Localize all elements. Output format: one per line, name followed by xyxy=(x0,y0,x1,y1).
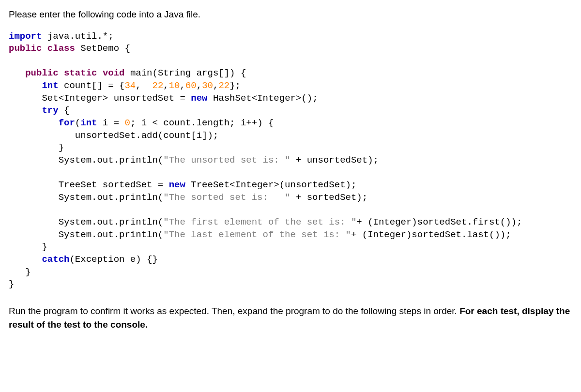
code-l5c: , xyxy=(163,80,168,91)
code-l17a: System.out.println( xyxy=(59,229,164,240)
code-l1: java.util.*; xyxy=(42,31,113,42)
num-10: 10 xyxy=(169,80,180,91)
kw-import: import xyxy=(9,31,42,42)
code-l5e: , xyxy=(197,80,202,91)
code-l9: unsortedSet.add(count[i]); xyxy=(75,130,218,141)
num-34: 34 xyxy=(124,80,136,91)
code-l5a: count[] = { xyxy=(59,80,125,91)
code-l5g: }; xyxy=(229,80,241,91)
kw-public2: public xyxy=(25,68,58,78)
kw-public: public xyxy=(9,43,42,54)
code-l16b: + (Integer)sortedSet.first()); xyxy=(356,217,522,227)
code-l2: SetDemo { xyxy=(75,43,130,54)
code-l19a: (Exception e) {} xyxy=(69,254,157,265)
code-l14b: + sortedSet); xyxy=(290,192,368,203)
code-l6a: Set<Integer> unsortedSet = xyxy=(42,93,191,104)
code-l18: } xyxy=(42,241,47,252)
intro-text: Please enter the following code into a J… xyxy=(9,8,572,22)
kw-void: void xyxy=(103,68,125,78)
str-sorted: "The sorted set is: " xyxy=(163,192,290,203)
kw-new1: new xyxy=(191,93,207,104)
code-l20: } xyxy=(25,267,31,277)
num-30: 30 xyxy=(202,80,213,91)
kw-catch: catch xyxy=(42,254,69,265)
code-block: import java.util.*; public class SetDemo… xyxy=(9,30,572,291)
kw-try: try xyxy=(42,105,58,116)
num-22b: 22 xyxy=(218,80,229,91)
code-l8b: i = xyxy=(97,118,124,128)
str-first: "The first element of the set is: " xyxy=(163,217,356,227)
code-l5d: , xyxy=(180,80,185,91)
code-l21: } xyxy=(9,279,14,289)
code-l13b: TreeSet<Integer>(unsortedSet); xyxy=(185,180,356,190)
code-l8c: ; i < count.length; i++) { xyxy=(130,118,274,128)
kw-class: class xyxy=(47,43,75,54)
num-60: 60 xyxy=(185,80,197,91)
code-l11a: System.out.println( xyxy=(59,155,164,166)
num-0: 0 xyxy=(124,118,130,128)
kw-new2: new xyxy=(169,180,185,190)
code-l6b: HashSet<Integer>(); xyxy=(208,93,318,104)
kw-for: for xyxy=(59,118,75,128)
kw-static: static xyxy=(64,68,97,78)
code-l14a: System.out.println( xyxy=(59,192,164,203)
kw-int2: int xyxy=(80,118,97,128)
code-l4: main(String args[]) { xyxy=(124,68,246,78)
num-22: 22 xyxy=(153,80,164,91)
str-unsorted: "The unsorted set is: " xyxy=(163,155,290,166)
code-l16a: System.out.println( xyxy=(59,217,164,227)
code-l5b: , xyxy=(136,80,152,91)
code-l17b: + (Integer)sortedSet.last()); xyxy=(351,229,511,240)
code-l11b: + unsortedSet); xyxy=(290,155,379,166)
code-l5f: , xyxy=(213,80,218,91)
code-l13a: TreeSet sortedSet = xyxy=(59,180,169,190)
kw-int: int xyxy=(42,80,58,91)
code-l10: } xyxy=(59,142,64,153)
followup-text: Run the program to confirm it works as e… xyxy=(9,304,572,332)
followup-part1: Run the program to confirm it works as e… xyxy=(9,306,459,316)
code-l7a: { xyxy=(59,105,70,116)
str-last: "The last element of the set is: " xyxy=(163,229,351,240)
code-l8a: ( xyxy=(75,118,80,128)
